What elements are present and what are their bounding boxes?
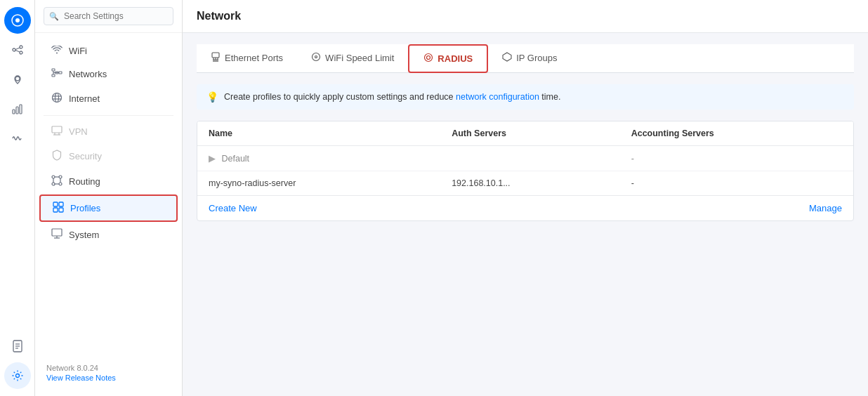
svg-rect-19 [59, 72, 62, 74]
svg-rect-10 [20, 105, 22, 114]
svg-point-55 [427, 56, 430, 60]
monitor-icon [51, 126, 63, 138]
svg-line-5 [15, 48, 20, 50]
release-notes-link[interactable]: View Release Notes [46, 374, 171, 382]
wifi-icon [51, 45, 63, 56]
svg-point-24 [55, 93, 59, 103]
tab-ip-groups[interactable]: IP Groups [488, 44, 571, 72]
row-server-name: my-syno-radius-server [197, 171, 440, 196]
info-banner: 💡 Create profiles to quickly apply custo… [197, 84, 854, 110]
play-icon: ▶ [209, 154, 216, 164]
network-icon [51, 68, 63, 80]
version-text: Network 8.0.24 [46, 364, 98, 372]
system-icon [51, 228, 63, 242]
ethernet-icon [211, 52, 221, 64]
manage-button[interactable]: Manage [809, 203, 842, 213]
create-new-button[interactable]: Create New [209, 203, 257, 213]
main-body: Ethernet Ports WiFi Speed Limit [183, 33, 868, 396]
svg-point-1 [15, 18, 20, 22]
svg-point-7 [15, 77, 20, 81]
sidebar-item-wifi-label: WiFi [69, 46, 87, 56]
sidebar-item-routing[interactable]: Routing [39, 169, 178, 194]
radius-icon [423, 53, 433, 65]
svg-point-23 [53, 93, 62, 103]
svg-rect-16 [52, 69, 55, 71]
svg-rect-9 [16, 107, 18, 114]
tab-wifi-speed-limit[interactable]: WiFi Speed Limit [297, 44, 408, 72]
sidebar-item-profiles[interactable]: Profiles [39, 194, 178, 222]
search-icon: 🔍 [49, 12, 59, 21]
sidebar-item-internet[interactable]: Internet [39, 86, 178, 111]
tab-radius[interactable]: RADIUS [408, 44, 488, 73]
sidebar-item-profiles-label: Profiles [70, 203, 100, 213]
rail-nodes-icon[interactable] [4, 37, 31, 63]
svg-point-31 [52, 176, 55, 178]
info-highlight: network configuration [456, 92, 539, 102]
search-input[interactable] [44, 7, 173, 25]
row-default-accounting: - [620, 146, 853, 171]
row-server-auth: 192.168.10.1... [440, 171, 620, 196]
sidebar-item-wifi[interactable]: WiFi [39, 39, 178, 62]
svg-point-34 [59, 183, 62, 185]
svg-point-2 [13, 48, 15, 51]
rail-wave-icon[interactable] [4, 125, 31, 152]
rail-home-icon[interactable] [4, 7, 31, 34]
sidebar-nav: WiFi Networks [35, 33, 182, 357]
svg-rect-39 [53, 202, 58, 206]
svg-rect-18 [52, 74, 55, 77]
shield-icon [51, 150, 63, 163]
svg-point-15 [15, 374, 19, 378]
profiles-icon [52, 202, 65, 215]
svg-point-54 [425, 54, 433, 62]
tab-radius-label: RADIUS [438, 53, 473, 64]
svg-point-3 [20, 46, 22, 48]
svg-rect-43 [52, 229, 62, 236]
svg-rect-40 [59, 202, 63, 206]
row-default-auth [440, 146, 620, 171]
rail-location-icon[interactable] [4, 66, 31, 93]
info-icon: 💡 [206, 91, 218, 103]
sidebar-item-networks-label: Networks [69, 69, 107, 79]
row-server-accounting: - [620, 171, 853, 196]
icon-rail [0, 0, 35, 396]
search-section: 🔍 [35, 0, 182, 33]
radius-table: Name Auth Servers Accounting Servers ▶ D… [197, 121, 854, 221]
tab-bar: Ethernet Ports WiFi Speed Limit [197, 44, 854, 73]
sidebar-item-system[interactable]: System [39, 223, 178, 247]
routing-icon [51, 175, 63, 188]
col-auth-servers: Auth Servers [440, 121, 620, 146]
page-title: Network [183, 0, 868, 33]
table-row: my-syno-radius-server 192.168.10.1... - [197, 171, 853, 196]
sidebar-item-routing-label: Routing [69, 176, 100, 187]
sidebar-footer: Network 8.0.24 View Release Notes [35, 357, 182, 389]
svg-point-52 [313, 53, 320, 60]
svg-point-4 [20, 51, 22, 54]
svg-rect-46 [212, 53, 219, 58]
svg-line-6 [15, 51, 20, 53]
rail-document-icon[interactable] [4, 333, 31, 359]
sidebar-item-networks[interactable]: Networks [39, 62, 178, 86]
tab-ip-groups-label: IP Groups [516, 53, 557, 63]
table-footer: Create New Manage [197, 195, 853, 220]
sidebar-item-security[interactable]: Security [39, 144, 178, 169]
globe-icon [51, 92, 63, 105]
row-default-name: ▶ Default [197, 146, 440, 171]
tab-ethernet-ports-label: Ethernet Ports [225, 53, 283, 63]
tab-wifi-speed-limit-label: WiFi Speed Limit [325, 53, 394, 63]
sidebar-item-vpn[interactable]: VPN [39, 120, 178, 143]
tab-ethernet-ports[interactable]: Ethernet Ports [197, 44, 297, 72]
info-text: Create profiles to quickly apply custom … [224, 92, 560, 102]
svg-point-53 [315, 55, 317, 58]
main-content: Network Ethernet Ports [183, 0, 868, 396]
table-row: ▶ Default - [197, 146, 853, 171]
svg-rect-41 [53, 208, 58, 212]
speed-icon [311, 52, 321, 64]
rail-chart-icon[interactable] [4, 95, 31, 122]
sidebar-item-system-label: System [69, 230, 99, 240]
svg-point-32 [59, 176, 62, 178]
svg-rect-27 [52, 126, 62, 133]
sidebar-item-internet-label: Internet [69, 93, 100, 104]
col-accounting-servers: Accounting Servers [620, 121, 853, 146]
rail-gear-icon[interactable] [4, 362, 31, 389]
sidebar: 🔍 WiFi [35, 0, 183, 396]
